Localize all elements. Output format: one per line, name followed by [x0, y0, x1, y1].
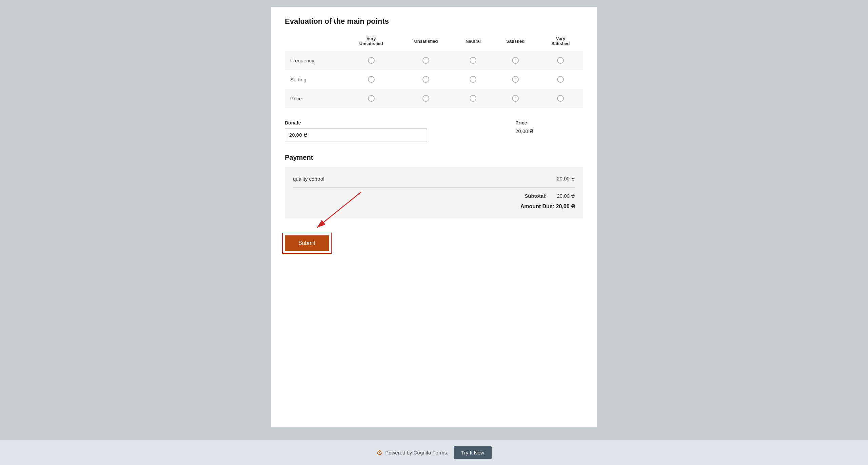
radio-price-satisfied[interactable]	[512, 95, 519, 102]
eval-col-very-unsatisfied: Very Unsatisfied	[344, 34, 399, 51]
eval-row-price: Price	[285, 89, 583, 108]
radio-frequency-unsatisfied[interactable]	[422, 57, 429, 64]
donate-input[interactable]	[285, 128, 427, 141]
radio-frequency-satisfied[interactable]	[512, 57, 519, 64]
payment-item-row: quality control 20,00 ₴	[293, 174, 575, 184]
eval-row-sorting: Sorting	[285, 70, 583, 89]
payment-section: Payment quality control 20,00 ₴ Subtotal…	[285, 154, 583, 218]
eval-row-sorting-label: Sorting	[285, 70, 344, 89]
submit-area-wrapper: Submit	[285, 233, 329, 251]
try-it-now-button[interactable]: Try It Now	[454, 446, 492, 459]
payment-divider	[293, 187, 575, 188]
payment-subtotal-row: Subtotal: 20,00 ₴	[293, 191, 575, 201]
price-value: 20,00 ₴	[515, 128, 583, 134]
cognito-gear-icon: ⚙	[376, 449, 382, 457]
radio-sorting-very-unsatisfied[interactable]	[368, 76, 375, 83]
radio-sorting-unsatisfied[interactable]	[422, 76, 429, 83]
eval-col-unsatisfied: Unsatisfied	[399, 34, 454, 51]
payment-subtotal-label: Subtotal:	[525, 193, 547, 199]
payment-amount-due-row: Amount Due: 20,00 ₴	[293, 201, 575, 212]
section-title: Evaluation of the main points	[285, 17, 583, 26]
payment-title: Payment	[285, 154, 583, 161]
payment-amount-due-label: Amount Due: 20,00 ₴	[520, 203, 575, 210]
payment-subtotal-value: 20,00 ₴	[557, 193, 575, 199]
radio-price-neutral[interactable]	[470, 95, 476, 102]
eval-col-satisfied: Satisfied	[493, 34, 538, 51]
donate-section: Donate Price 20,00 ₴	[285, 120, 583, 141]
payment-item-name: quality control	[293, 176, 324, 182]
evaluation-table: Very Unsatisfied Unsatisfied Neutral Sat…	[285, 34, 583, 108]
eval-col-neutral: Neutral	[453, 34, 493, 51]
radio-frequency-neutral[interactable]	[470, 57, 476, 64]
payment-item-amount: 20,00 ₴	[557, 176, 575, 182]
radio-price-very-satisfied[interactable]	[557, 95, 564, 102]
submit-button-area: Submit	[285, 235, 329, 251]
form-container: Evaluation of the main points Very Unsat…	[271, 7, 597, 427]
donate-left: Donate	[285, 120, 495, 141]
submit-button[interactable]: Submit	[285, 235, 329, 251]
powered-label: Powered by Cognito Forms.	[385, 450, 448, 456]
donate-label: Donate	[285, 120, 495, 125]
radio-price-very-unsatisfied[interactable]	[368, 95, 375, 102]
eval-row-frequency: Frequency	[285, 51, 583, 70]
eval-row-frequency-label: Frequency	[285, 51, 344, 70]
radio-frequency-very-satisfied[interactable]	[557, 57, 564, 64]
price-label: Price	[515, 120, 583, 125]
payment-box: quality control 20,00 ₴ Subtotal: 20,00 …	[285, 167, 583, 218]
eval-row-price-label: Price	[285, 89, 344, 108]
radio-frequency-very-unsatisfied[interactable]	[368, 57, 375, 64]
donate-right: Price 20,00 ₴	[515, 120, 583, 141]
powered-by-text: ⚙ Powered by Cognito Forms.	[376, 449, 448, 457]
radio-sorting-neutral[interactable]	[470, 76, 476, 83]
radio-price-unsatisfied[interactable]	[422, 95, 429, 102]
footer-bar: ⚙ Powered by Cognito Forms. Try It Now	[0, 440, 868, 465]
radio-sorting-very-satisfied[interactable]	[557, 76, 564, 83]
eval-col-empty	[285, 34, 344, 51]
eval-col-very-satisfied: Very Satisfied	[538, 34, 583, 51]
radio-sorting-satisfied[interactable]	[512, 76, 519, 83]
